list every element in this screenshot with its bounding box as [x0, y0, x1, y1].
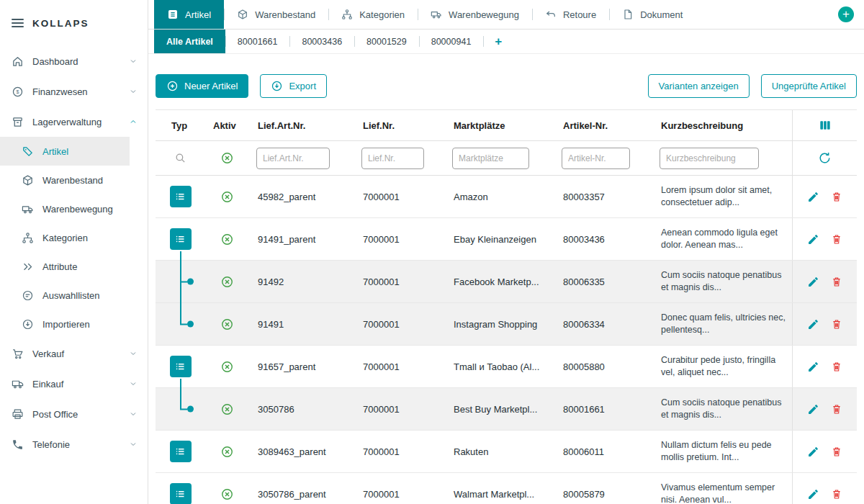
subtab-80000941[interactable]: 80000941 [419, 30, 484, 53]
active-cell [204, 431, 249, 472]
pencil-icon[interactable] [807, 403, 819, 415]
show-variants-button[interactable]: Varianten anzeigen [648, 74, 750, 98]
sidebar-item-attribute[interactable]: Attribute [0, 252, 148, 281]
pencil-icon[interactable] [807, 318, 819, 330]
trash-icon[interactable] [831, 403, 842, 415]
sidebar-item-finanzwesen[interactable]: $ Finanzwesen [0, 76, 148, 107]
sidebar-item-auswahllisten[interactable]: Auswahllisten [0, 281, 148, 310]
subtab-80003436[interactable]: 80003436 [289, 30, 354, 53]
list-square-icon[interactable] [170, 356, 192, 377]
filter-aktiv-cell [204, 151, 249, 165]
sidebar-item-lagerverwaltung[interactable]: Lagerverwaltung [0, 107, 148, 137]
trash-icon[interactable] [831, 488, 842, 500]
tab-warenbestand[interactable]: Warenbestand [224, 0, 328, 29]
tab-artikel[interactable]: Artikel [154, 0, 224, 29]
green-circle-x-icon[interactable] [220, 445, 234, 459]
subtab-alle-artikel[interactable]: Alle Artikel [154, 30, 225, 53]
filter-lief-nr-input[interactable] [361, 148, 424, 169]
pencil-icon[interactable] [807, 488, 819, 500]
header-aktiv: Aktiv [204, 120, 249, 131]
filter-lief-art-nr-input[interactable] [256, 148, 330, 169]
list-square-icon[interactable] [170, 483, 192, 504]
open-article-tab-button[interactable]: + [483, 30, 513, 53]
filter-artikel-nr-input[interactable] [562, 148, 630, 169]
subtab-80001529[interactable]: 80001529 [354, 30, 419, 53]
pencil-icon[interactable] [807, 233, 819, 246]
search-icon[interactable] [174, 152, 186, 164]
sidebar-item-importieren[interactable]: Importieren [0, 310, 148, 338]
trash-icon[interactable] [831, 191, 842, 202]
new-article-button[interactable]: Neuer Artikel [156, 74, 248, 98]
pencil-icon[interactable] [807, 276, 819, 288]
export-button[interactable]: Export [260, 74, 327, 98]
tab-kategorien[interactable]: Kategorien [328, 0, 418, 29]
sidebar-item-label: Post Office [32, 409, 78, 420]
artikel-nr-cell: 80001661 [554, 404, 652, 415]
trash-icon[interactable] [831, 446, 842, 457]
refresh-icon[interactable] [818, 151, 832, 165]
sidebar-item-kategorien[interactable]: Kategorien [0, 223, 148, 252]
type-cell [156, 346, 204, 387]
green-circle-x-icon[interactable] [220, 318, 234, 331]
subtab-80001661[interactable]: 80001661 [225, 30, 290, 53]
table-row-child: 3050786 7000001 Best Buy Marketpl... 800… [156, 388, 857, 431]
chevron-down-icon [129, 410, 138, 418]
hamburger-icon[interactable] [12, 19, 24, 27]
header-lief-nr: Lief.Nr. [354, 120, 445, 131]
trash-icon[interactable] [831, 233, 842, 245]
tab-retoure[interactable]: Retoure [532, 0, 609, 29]
tab-warenbewegung[interactable]: Warenbewegung [418, 0, 532, 29]
marktplaetze-cell: Instagram Shopping [445, 319, 554, 330]
green-circle-x-icon[interactable] [220, 275, 234, 289]
button-label: Varianten anzeigen [659, 81, 739, 91]
list-square-icon[interactable] [170, 441, 192, 462]
sidebar-item-verkauf[interactable]: Verkauf [0, 338, 148, 369]
sidebar-item-artikel[interactable]: Artikel [0, 137, 130, 166]
add-tab-button[interactable]: + [838, 6, 854, 22]
tab-dokument[interactable]: Dokument [609, 0, 696, 29]
table-row: 45982_parent 7000001 Amazon 80003357 Lor… [156, 176, 857, 218]
columns-icon[interactable] [818, 118, 832, 132]
green-circle-x-icon[interactable] [220, 360, 234, 374]
list-square-icon[interactable] [170, 228, 192, 250]
sidebar-item-einkauf[interactable]: Einkauf [0, 369, 148, 399]
lief-art-nr-cell: 91491_parent [249, 234, 354, 245]
sidebar-item-telefonie[interactable]: Telefonie [0, 429, 148, 459]
trash-icon[interactable] [831, 361, 842, 372]
box-icon [22, 174, 34, 186]
green-circle-x-icon[interactable] [220, 190, 234, 204]
subtab-label: 80001661 [238, 37, 278, 47]
unverified-articles-button[interactable]: Ungeprüfte Artikel [761, 74, 857, 98]
active-filter-toggle-icon[interactable] [220, 151, 234, 165]
pencil-icon[interactable] [807, 361, 819, 373]
sidebar-item-warenbewegung[interactable]: Warenbewegung [0, 194, 148, 223]
green-circle-x-icon[interactable] [220, 487, 234, 501]
type-cell [156, 261, 204, 302]
pencil-icon[interactable] [807, 446, 819, 458]
filter-marktplaetze-input[interactable] [452, 148, 529, 169]
sidebar-item-label: Verkauf [32, 348, 64, 359]
sidebar-item-post-office[interactable]: Post Office [0, 399, 148, 429]
sidebar-item-warenbestand[interactable]: Warenbestand [0, 166, 148, 194]
trash-icon[interactable] [831, 276, 842, 287]
marktplaetze-cell: Rakuten [445, 446, 554, 457]
actions-cell [792, 431, 857, 472]
lief-nr-cell: 7000001 [354, 404, 445, 415]
article-tab-bar: Alle Artikel 80001661 80003436 80001529 … [148, 30, 864, 54]
table-filter-row [156, 141, 857, 176]
artikel-nr-cell: 80005880 [554, 361, 652, 372]
pencil-icon[interactable] [807, 191, 819, 203]
green-circle-x-icon[interactable] [220, 402, 234, 416]
sidebar-item-label: Dashboard [32, 56, 78, 67]
sidebar-item-dashboard[interactable]: Dashboard [0, 46, 148, 76]
svg-text:$: $ [17, 89, 19, 95]
filter-kurzbeschreibung-input[interactable] [660, 148, 759, 169]
kurzbeschreibung-cell: Aenean commodo ligula eget dolor. Aenean… [652, 227, 792, 251]
tree-connector-dot [187, 321, 194, 328]
list-square-icon[interactable] [170, 186, 192, 207]
green-circle-x-icon[interactable] [220, 233, 234, 246]
active-cell [204, 176, 249, 217]
trash-icon[interactable] [831, 318, 842, 330]
active-cell [204, 473, 249, 504]
type-cell [156, 388, 204, 430]
